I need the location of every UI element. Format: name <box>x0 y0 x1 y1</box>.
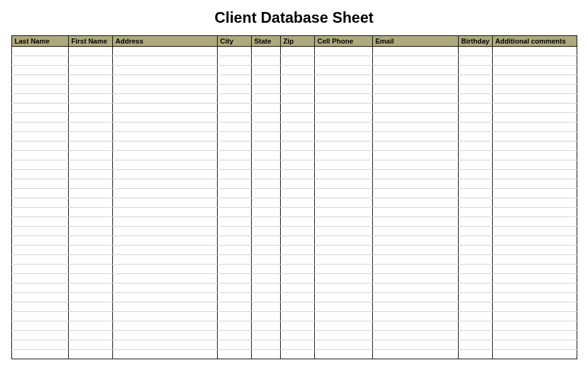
cell-birthday[interactable] <box>459 227 493 236</box>
cell-address[interactable] <box>113 151 218 160</box>
cell-state[interactable] <box>252 189 281 198</box>
cell-comments[interactable] <box>493 321 577 331</box>
cell-city[interactable] <box>218 265 252 274</box>
cell-city[interactable] <box>218 293 252 302</box>
cell-city[interactable] <box>218 132 252 141</box>
cell-address[interactable] <box>113 170 218 179</box>
cell-birthday[interactable] <box>459 312 493 321</box>
cell-address[interactable] <box>113 179 218 189</box>
cell-zip[interactable] <box>281 321 315 331</box>
cell-email[interactable] <box>373 312 459 321</box>
cell-city[interactable] <box>218 104 252 113</box>
cell-cell_phone[interactable] <box>315 350 373 359</box>
cell-address[interactable] <box>113 66 218 75</box>
cell-state[interactable] <box>252 293 281 302</box>
cell-state[interactable] <box>252 227 281 236</box>
cell-city[interactable] <box>218 85 252 94</box>
cell-state[interactable] <box>252 236 281 246</box>
cell-last_name[interactable] <box>12 236 69 246</box>
cell-first_name[interactable] <box>69 160 113 170</box>
cell-email[interactable] <box>373 170 459 179</box>
cell-birthday[interactable] <box>459 340 493 350</box>
cell-first_name[interactable] <box>69 217 113 227</box>
cell-last_name[interactable] <box>12 122 69 132</box>
cell-first_name[interactable] <box>69 179 113 189</box>
cell-last_name[interactable] <box>12 227 69 236</box>
cell-last_name[interactable] <box>12 189 69 198</box>
cell-email[interactable] <box>373 293 459 302</box>
cell-city[interactable] <box>218 274 252 283</box>
cell-cell_phone[interactable] <box>315 236 373 246</box>
cell-cell_phone[interactable] <box>315 179 373 189</box>
cell-city[interactable] <box>218 122 252 132</box>
cell-first_name[interactable] <box>69 283 113 293</box>
cell-comments[interactable] <box>493 293 577 302</box>
cell-email[interactable] <box>373 56 459 66</box>
cell-state[interactable] <box>252 255 281 265</box>
cell-state[interactable] <box>252 141 281 151</box>
cell-first_name[interactable] <box>69 47 113 56</box>
cell-address[interactable] <box>113 217 218 227</box>
cell-zip[interactable] <box>281 274 315 283</box>
cell-cell_phone[interactable] <box>315 132 373 141</box>
cell-first_name[interactable] <box>69 132 113 141</box>
cell-zip[interactable] <box>281 227 315 236</box>
cell-birthday[interactable] <box>459 170 493 179</box>
cell-comments[interactable] <box>493 179 577 189</box>
cell-state[interactable] <box>252 179 281 189</box>
cell-state[interactable] <box>252 66 281 75</box>
cell-cell_phone[interactable] <box>315 283 373 293</box>
cell-email[interactable] <box>373 113 459 122</box>
cell-email[interactable] <box>373 132 459 141</box>
cell-comments[interactable] <box>493 340 577 350</box>
cell-cell_phone[interactable] <box>315 265 373 274</box>
cell-email[interactable] <box>373 141 459 151</box>
cell-email[interactable] <box>373 179 459 189</box>
cell-email[interactable] <box>373 94 459 104</box>
cell-city[interactable] <box>218 283 252 293</box>
cell-birthday[interactable] <box>459 302 493 312</box>
cell-cell_phone[interactable] <box>315 217 373 227</box>
cell-address[interactable] <box>113 274 218 283</box>
cell-first_name[interactable] <box>69 189 113 198</box>
cell-birthday[interactable] <box>459 141 493 151</box>
cell-state[interactable] <box>252 274 281 283</box>
cell-comments[interactable] <box>493 312 577 321</box>
cell-first_name[interactable] <box>69 302 113 312</box>
cell-state[interactable] <box>252 340 281 350</box>
cell-email[interactable] <box>373 236 459 246</box>
cell-email[interactable] <box>373 66 459 75</box>
cell-cell_phone[interactable] <box>315 274 373 283</box>
cell-last_name[interactable] <box>12 217 69 227</box>
cell-last_name[interactable] <box>12 208 69 217</box>
cell-birthday[interactable] <box>459 293 493 302</box>
cell-city[interactable] <box>218 312 252 321</box>
cell-email[interactable] <box>373 160 459 170</box>
cell-city[interactable] <box>218 151 252 160</box>
cell-zip[interactable] <box>281 66 315 75</box>
cell-zip[interactable] <box>281 331 315 340</box>
cell-comments[interactable] <box>493 132 577 141</box>
cell-cell_phone[interactable] <box>315 331 373 340</box>
cell-address[interactable] <box>113 302 218 312</box>
cell-last_name[interactable] <box>12 113 69 122</box>
cell-last_name[interactable] <box>12 283 69 293</box>
cell-zip[interactable] <box>281 236 315 246</box>
cell-zip[interactable] <box>281 56 315 66</box>
cell-email[interactable] <box>373 283 459 293</box>
cell-address[interactable] <box>113 350 218 359</box>
cell-address[interactable] <box>113 293 218 302</box>
cell-zip[interactable] <box>281 302 315 312</box>
cell-first_name[interactable] <box>69 104 113 113</box>
cell-first_name[interactable] <box>69 66 113 75</box>
cell-birthday[interactable] <box>459 217 493 227</box>
cell-cell_phone[interactable] <box>315 227 373 236</box>
cell-birthday[interactable] <box>459 47 493 56</box>
cell-birthday[interactable] <box>459 160 493 170</box>
cell-email[interactable] <box>373 104 459 113</box>
cell-birthday[interactable] <box>459 122 493 132</box>
cell-comments[interactable] <box>493 246 577 255</box>
cell-address[interactable] <box>113 132 218 141</box>
cell-city[interactable] <box>218 113 252 122</box>
cell-cell_phone[interactable] <box>315 255 373 265</box>
